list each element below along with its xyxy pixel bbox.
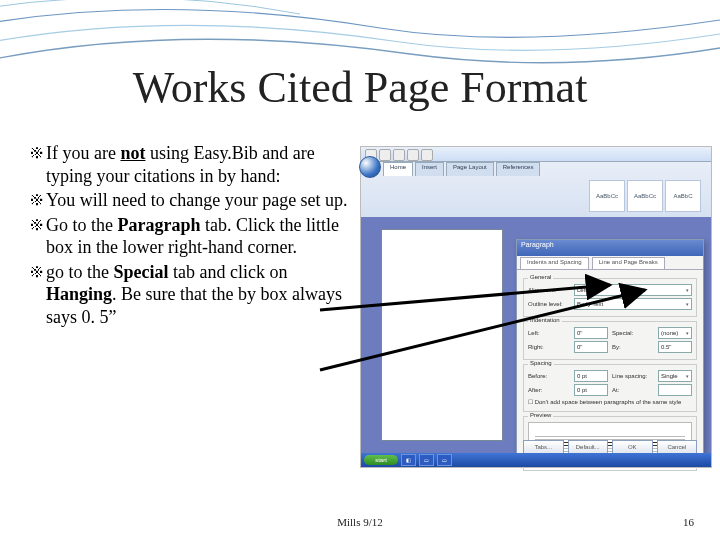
special-label: Special: (612, 330, 654, 336)
bullet-text: You will need to change your page set up… (46, 189, 348, 212)
bullet-text: If you are not using Easy.Bib and are ty… (46, 142, 348, 187)
ok-button: OK (612, 440, 653, 454)
alignment-label: Alignment: (528, 287, 570, 293)
paragraph-dialog: Paragraph Indents and Spacing Line and P… (516, 239, 704, 459)
ribbon-tabs: Home Insert Page Layout References (383, 162, 540, 176)
word-screenshot: Home Insert Page Layout References AaBbC… (360, 146, 712, 468)
linespacing-label: Line spacing: (612, 373, 654, 379)
start-button: start (364, 455, 398, 465)
tab-page-layout: Page Layout (446, 162, 494, 176)
alignment-select: Left (574, 284, 692, 296)
bullet-list: ፠ If you are not using Easy.Bib and are … (28, 142, 348, 330)
left-spin: 0" (574, 327, 608, 339)
same-style-checkbox: ☐ Don't add space between paragraphs of … (528, 398, 692, 405)
taskbar: start ◧ ▭ ▭ (361, 453, 711, 467)
bullet-text: go to the Special tab and click on Hangi… (46, 261, 348, 329)
dialog-tabs: Indents and Spacing Line and Page Breaks (517, 256, 703, 270)
slide-number: 16 (683, 516, 694, 528)
tab-home: Home (383, 162, 413, 176)
default-button: Default... (568, 440, 609, 454)
slide-title: Works Cited Page Format (0, 62, 720, 113)
tab-references: References (496, 162, 541, 176)
group-general: Alignment: Left Outline level: Body Text (523, 278, 697, 317)
office-button-icon (359, 156, 381, 178)
outline-select: Body Text (574, 298, 692, 310)
before-spin: 0 pt (574, 370, 608, 382)
dialog-title: Paragraph (517, 240, 703, 256)
bullet-item: ፠ Go to the Paragraph tab. Click the lit… (28, 214, 348, 259)
footer-author: Mills 9/12 (0, 516, 720, 528)
taskbar-item: ◧ (401, 454, 416, 466)
group-indentation: Left: 0" Special: (none) Right: 0" By: 0… (523, 321, 697, 360)
tab-insert: Insert (415, 162, 444, 176)
taskbar-item: ▭ (419, 454, 434, 466)
cancel-button: Cancel (657, 440, 698, 454)
after-label: After: (528, 387, 570, 393)
bullet-text: Go to the Paragraph tab. Click the littl… (46, 214, 348, 259)
outline-label: Outline level: (528, 301, 570, 307)
by-spin: 0.5" (658, 341, 692, 353)
right-spin: 0" (574, 341, 608, 353)
at-label: At: (612, 387, 654, 393)
styles-gallery: AaBbCc AaBbCc AaBbC (589, 180, 701, 212)
dialog-tab-indents: Indents and Spacing (520, 257, 589, 269)
dialog-tab-linebreaks: Line and Page Breaks (592, 257, 665, 269)
before-label: Before: (528, 373, 570, 379)
bullet-item: ፠ go to the Special tab and click on Han… (28, 261, 348, 329)
after-spin: 0 pt (574, 384, 608, 396)
bullet-item: ፠ If you are not using Easy.Bib and are … (28, 142, 348, 187)
bullet-marker: ፠ (28, 142, 46, 187)
special-select: (none) (658, 327, 692, 339)
tabs-button: Tabs... (523, 440, 564, 454)
document-page (381, 229, 503, 441)
bullet-marker: ፠ (28, 261, 46, 329)
linespacing-select: Single (658, 370, 692, 382)
by-label: By: (612, 344, 654, 350)
left-label: Left: (528, 330, 570, 336)
group-spacing: Before: 0 pt Line spacing: Single After:… (523, 364, 697, 412)
bullet-marker: ፠ (28, 214, 46, 259)
taskbar-item: ▭ (437, 454, 452, 466)
bullet-item: ፠ You will need to change your page set … (28, 189, 348, 212)
ribbon: Home Insert Page Layout References AaBbC… (361, 162, 711, 219)
bullet-marker: ፠ (28, 189, 46, 212)
right-label: Right: (528, 344, 570, 350)
at-spin (658, 384, 692, 396)
